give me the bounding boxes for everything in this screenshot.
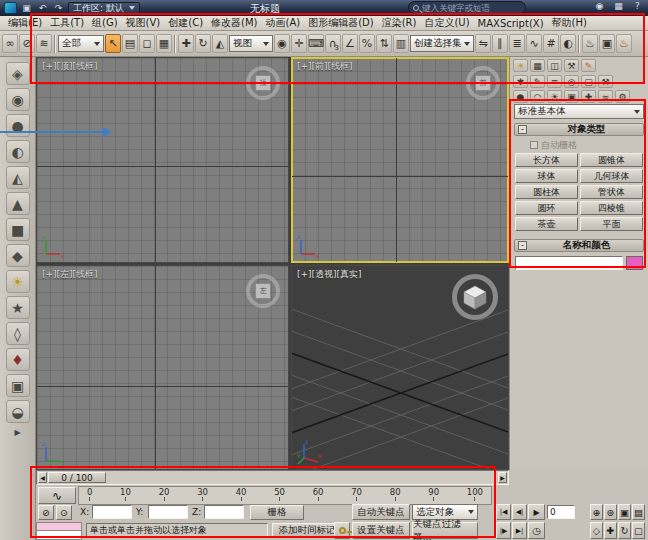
viewport-top-label[interactable]: [+][顶][线框]: [42, 60, 98, 73]
left-tool-10-icon[interactable]: ★: [6, 296, 30, 319]
undo-icon[interactable]: ↶: [36, 3, 49, 13]
time-config-icon[interactable]: ◷: [528, 522, 545, 539]
object-color-swatch[interactable]: [626, 256, 643, 270]
viewcube[interactable]: 前: [466, 66, 500, 100]
viewport-front[interactable]: [+][前][线框] 前 x z: [291, 57, 509, 263]
primitive-teapot-button[interactable]: 茶壶: [515, 217, 578, 231]
viewport-left-label[interactable]: [+][左][线框]: [42, 268, 98, 281]
object-name-field[interactable]: [515, 256, 623, 270]
left-tool-7-icon[interactable]: ■: [6, 218, 30, 241]
tab-display-icon[interactable]: ▢: [581, 75, 596, 88]
left-tool-13-icon[interactable]: ▣: [6, 374, 30, 397]
z-coord-field[interactable]: [204, 505, 244, 519]
time-slider-handle[interactable]: 0 / 100: [48, 472, 106, 483]
select-and-scale-icon[interactable]: ◭: [212, 34, 228, 53]
save-icon[interactable]: ▣: [20, 3, 33, 13]
primitive-plane-button[interactable]: 平面: [580, 217, 643, 231]
schematic-view-icon[interactable]: #: [543, 34, 559, 53]
maximize-viewport-icon[interactable]: ▢: [632, 522, 645, 539]
category-lights-icon[interactable]: ☀: [547, 90, 562, 103]
selection-filter-dropdown[interactable]: 全部: [58, 35, 104, 52]
previous-frame-button[interactable]: ◀|: [512, 504, 527, 520]
pan-icon[interactable]: ✚: [604, 522, 617, 539]
go-to-start-button[interactable]: |◀: [496, 504, 511, 520]
time-slider-track[interactable]: ◀ 0 / 100 ▶: [36, 470, 509, 485]
category-shapes-icon[interactable]: ◠: [530, 90, 545, 103]
primitive-tube-button[interactable]: 管状体: [580, 185, 643, 199]
global-search[interactable]: [408, 1, 526, 14]
select-and-rotate-icon[interactable]: ↻: [195, 34, 211, 53]
grid-size-button[interactable]: 栅格: [250, 505, 304, 520]
orbit-icon[interactable]: ↻: [618, 522, 631, 539]
collapse-icon[interactable]: -: [518, 241, 527, 250]
tab-modify-icon[interactable]: ✎: [530, 75, 545, 88]
align-icon[interactable]: ∥: [492, 34, 508, 53]
selection-lock-icon[interactable]: ⊘: [38, 505, 54, 520]
viewcube[interactable]: 顶: [246, 66, 280, 100]
set-key-mode-button[interactable]: 设置关键点: [352, 522, 410, 539]
workspace-dropdown[interactable]: 工作区: 默认: [68, 2, 140, 14]
user-icon[interactable]: ◉: [593, 1, 606, 11]
tools-icon[interactable]: ⚒: [564, 59, 579, 72]
primitive-sphere-button[interactable]: 球体: [515, 169, 578, 183]
macro-recorder-strip[interactable]: [36, 522, 82, 531]
menu-modifiers[interactable]: 修改器(M): [207, 15, 261, 31]
primitive-box-button[interactable]: 长方体: [515, 153, 578, 167]
menu-group[interactable]: 组(G): [88, 15, 122, 31]
left-tool-1-icon[interactable]: ◈: [6, 62, 30, 85]
menu-create[interactable]: 创建(C): [164, 15, 207, 31]
collapse-icon[interactable]: -: [518, 125, 527, 134]
left-tool-9-icon[interactable]: ☀: [6, 270, 30, 293]
name-color-rollout[interactable]: - 名称和颜色: [514, 239, 644, 252]
clone-icon[interactable]: ◫: [547, 59, 562, 72]
timeline-ruler[interactable]: 0 10 20 30 40 50 60 70 80 90 100: [78, 486, 492, 505]
rendered-frame-icon[interactable]: ▣: [599, 34, 615, 53]
help-icon[interactable]: ?: [631, 1, 644, 11]
left-tool-14-icon[interactable]: ◒: [6, 400, 30, 423]
y-coord-field[interactable]: [148, 505, 188, 519]
zoom-extents-icon[interactable]: ▣: [618, 504, 631, 520]
autogrid-checkbox[interactable]: 自动栅格: [530, 139, 577, 151]
angle-snap-icon[interactable]: ∠: [342, 34, 358, 53]
menu-animation[interactable]: 动画(A): [262, 15, 305, 31]
bind-to-space-warp-icon[interactable]: ≋: [36, 34, 52, 53]
isolate-selection-icon[interactable]: ⊙: [56, 505, 72, 520]
viewport-top[interactable]: [+][顶][线框] 顶 x y: [36, 57, 289, 263]
primitive-cylinder-button[interactable]: 圆柱体: [515, 185, 578, 199]
coordinate-system-dropdown[interactable]: 视图: [229, 35, 273, 52]
auto-key-button[interactable]: 自动关键点: [352, 504, 410, 520]
zoom-icon[interactable]: ⊕: [590, 504, 603, 520]
viewport-perspective-label[interactable]: [+][透视][真实]: [297, 268, 362, 281]
sun-icon[interactable]: ☀: [513, 59, 528, 72]
toolbar-overflow-icon[interactable]: ▶: [14, 428, 20, 437]
category-helpers-icon[interactable]: ✚: [581, 90, 596, 103]
viewcube[interactable]: [452, 274, 498, 320]
viewport-left[interactable]: [+][左][线框] 左 y z: [36, 265, 289, 470]
next-frame-button[interactable]: |▶: [496, 522, 511, 539]
category-geometry-icon[interactable]: ●: [513, 90, 528, 103]
left-tool-4-icon[interactable]: ◐: [6, 140, 30, 163]
named-selection-set-dropdown[interactable]: 创建选择集: [410, 35, 474, 52]
keyboard-override-icon[interactable]: ⌨: [308, 34, 324, 53]
primitive-type-dropdown[interactable]: 标准基本体: [514, 104, 644, 119]
select-by-name-icon[interactable]: ▤: [122, 34, 138, 53]
menu-rendering[interactable]: 渲染(R): [378, 15, 421, 31]
search-input[interactable]: [422, 3, 521, 13]
menu-tools[interactable]: 工具(T): [46, 15, 88, 31]
category-systems-icon[interactable]: ⚙: [615, 90, 630, 103]
left-tool-3-icon[interactable]: ●: [6, 114, 30, 137]
select-and-move-icon[interactable]: ✚: [178, 34, 194, 53]
object-type-rollout[interactable]: - 对象类型: [514, 123, 644, 136]
category-spacewarps-icon[interactable]: ≈: [598, 90, 613, 103]
viewport-perspective[interactable]: [+][透视][真实] z y x: [291, 265, 509, 470]
set-keys-button[interactable]: [334, 522, 350, 539]
left-tool-5-icon[interactable]: ◭: [6, 166, 30, 189]
primitive-cone-button[interactable]: 圆锥体: [580, 153, 643, 167]
viewcube[interactable]: 左: [246, 274, 280, 308]
snap-toggle-icon[interactable]: ∩ 3: [325, 34, 341, 53]
select-object-icon[interactable]: ↖: [105, 34, 121, 53]
menu-maxscript[interactable]: MAXScript(X): [474, 17, 548, 30]
tab-create-icon[interactable]: ✱: [513, 75, 528, 88]
go-to-end-button[interactable]: ▶|: [512, 522, 527, 539]
pencil-icon[interactable]: ✎: [581, 59, 596, 72]
